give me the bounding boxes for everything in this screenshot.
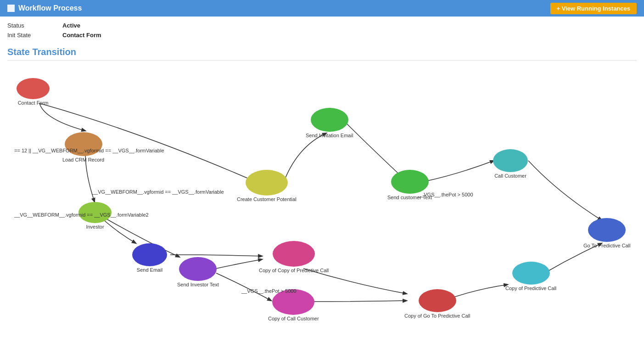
header: Workflow Process + View Running Instance…	[0, 0, 644, 17]
label-send-email: Send Email	[137, 267, 162, 273]
node-send-email: Send Email	[132, 243, 167, 273]
label-copy-copy-predictive: Copy of Copy of Predictive Call	[259, 268, 329, 273]
node-contact-form: Contact Form	[17, 78, 50, 106]
state-transition-section: State Transition	[0, 43, 644, 343]
edge-label-4: __VGS__.thePot > 5000	[418, 192, 473, 197]
ellipse-send-customer-text	[391, 170, 429, 194]
node-call-customer: Call Customer	[493, 149, 528, 179]
node-create-customer: Create Customer Potential	[237, 170, 297, 202]
ellipse-send-email	[132, 243, 167, 266]
app-title: Workflow Process	[18, 4, 82, 12]
ellipse-create-customer	[246, 170, 288, 196]
node-copy-go-predictive: Copy of Go To Predictive Call	[404, 289, 470, 319]
diagram-container: Contact Form Load CRM Record Create Cust…	[7, 64, 644, 340]
ellipse-call-customer	[493, 149, 528, 172]
info-section: Status Active Init State Contact Form	[0, 17, 644, 43]
node-load-crm: Load CRM Record	[62, 132, 104, 162]
label-copy-go-predictive: Copy of Go To Predictive Call	[404, 313, 470, 319]
workflow-icon	[7, 5, 15, 12]
edge-label-3: __VG__WEBFORM__.vgformid == __VGS__.form…	[14, 212, 149, 218]
node-go-predictive-call: Go To Predictive Call	[583, 218, 631, 248]
ellipse-send-investor-text	[179, 257, 217, 281]
status-label: Status	[7, 22, 62, 29]
init-state-label: Init State	[7, 32, 62, 39]
ellipse-copy-copy-predictive	[273, 241, 315, 267]
label-load-crm: Load CRM Record	[62, 157, 104, 162]
node-copy-call-customer: Copy of Call Customer	[268, 289, 319, 321]
node-copy-predictive: Copy of Predictive Call	[505, 262, 556, 291]
header-title: Workflow Process	[7, 4, 82, 12]
label-copy-predictive: Copy of Predictive Call	[505, 285, 556, 291]
node-send-invitation: Send Invitation Email	[306, 108, 353, 138]
label-go-predictive-call: Go To Predictive Call	[583, 243, 631, 248]
view-instances-button[interactable]: + View Running Instances	[550, 3, 637, 14]
edge-label-2: __VG__WEBFORM__.vgformid == __VGS__.form…	[92, 189, 224, 195]
label-call-customer: Call Customer	[494, 173, 526, 179]
edge-label-1: == 12 || __VG__WEBFORM__.vgformid == __V…	[14, 148, 164, 153]
init-state-row: Init State Contact Form	[7, 32, 637, 39]
label-create-customer: Create Customer Potential	[237, 196, 297, 202]
ellipse-send-invitation	[311, 108, 348, 132]
ellipse-go-predictive-call	[588, 218, 626, 242]
edge-label-5: __VGS__.thePot > 5000	[241, 288, 297, 294]
status-row: Status Active	[7, 22, 637, 29]
node-send-investor-text: Send Investor Text	[177, 257, 219, 287]
label-copy-call-customer: Copy of Call Customer	[268, 316, 319, 321]
ellipse-copy-go-predictive	[419, 289, 456, 312]
status-value: Active	[62, 22, 80, 29]
ellipse-copy-predictive	[512, 262, 550, 285]
node-copy-copy-predictive: Copy of Copy of Predictive Call	[259, 241, 329, 273]
label-contact-form: Contact Form	[18, 100, 49, 106]
label-investor: Investor	[86, 224, 104, 229]
label-send-investor-text: Send Investor Text	[177, 282, 219, 287]
state-transition-title: State Transition	[7, 47, 637, 61]
init-state-value: Contact Form	[62, 32, 101, 39]
ellipse-contact-form	[17, 78, 50, 99]
label-send-invitation: Send Invitation Email	[306, 133, 353, 138]
